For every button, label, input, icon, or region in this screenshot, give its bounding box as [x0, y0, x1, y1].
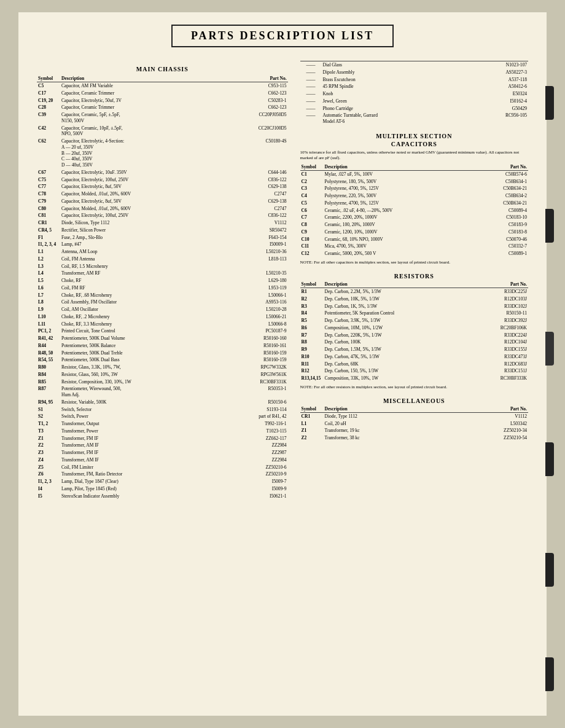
part-cell: L50066-21	[236, 313, 288, 321]
desc-cell: Coil, 20 uH	[324, 420, 476, 428]
desc-cell: Capacitor, Electrolytic, 8uf, 50V	[60, 198, 236, 205]
table-row: C42 Capacitor, Ceramic, 10pF, ±.5pF, NPO…	[37, 125, 288, 138]
symbol-cell: R12	[300, 367, 324, 375]
part-cell: C662-123	[236, 104, 288, 111]
symbol-cell: Z3	[37, 449, 60, 456]
multiplex-note: 10% tolerance for all fixed capacitors, …	[300, 150, 528, 161]
part-cell: T992-116-1	[236, 420, 288, 428]
table-row: L1 Antenna, AM Loop L50210-36	[37, 248, 288, 256]
symbol-cell: C8	[300, 221, 324, 229]
dash-cell: ——	[300, 112, 322, 125]
desc-cell: StereoScan Indicator Assembly	[60, 493, 236, 500]
table-row: C81 Capacitor, Electrolytic, 100uf, 250V…	[37, 212, 288, 219]
res-col-part: Part No.	[476, 281, 528, 288]
desc-cell: Transformer, AM RF	[60, 270, 236, 277]
symbol-cell: L10	[37, 313, 60, 321]
table-row: R12 Dep. Carbon, 150, 5%, 1/3W R33DC151J	[300, 367, 528, 375]
desc-cell: Dep. Carbon, 68K	[324, 361, 476, 368]
symbol-cell: C5	[37, 82, 60, 90]
part-cell: I50162-4	[479, 98, 528, 105]
desc-cell: Transformer, AM IF	[60, 456, 236, 464]
table-row: L10 Choke, RF, .2 Microhenry L50066-21	[37, 313, 288, 321]
part-cell: C662-123	[236, 90, 288, 97]
part-cell: C836-122	[236, 212, 288, 219]
desc-cell: Potentiometer, 5K Separation Control	[324, 310, 476, 317]
symbol-cell: C28	[37, 104, 60, 111]
desc-cell: Capacitor, Electrolytic, 50uf, 3V	[60, 97, 236, 104]
part-cell: I5009-9	[236, 485, 288, 493]
table-row: R44 Potentiometer, 500K Balance R50160-1…	[37, 342, 288, 350]
tab-5	[545, 553, 554, 587]
desc-cell: Polystyrene, 180, 5%, 500V	[324, 178, 476, 186]
part-cell: R33DC102J	[476, 303, 528, 310]
part-cell: C50332-7	[476, 243, 528, 250]
part-cell: PC50187-9	[236, 327, 288, 335]
symbol-cell: L5	[37, 277, 60, 284]
symbol-cell: T3	[37, 428, 60, 435]
part-cell: C50B634-21	[476, 185, 528, 192]
table-row: C5 Polystyrene, 4700, 5%, 125V C50B634-2…	[300, 200, 528, 207]
main-chassis-table: Symbol Description Part No. C5 Capacitor…	[37, 75, 288, 499]
symbol-cell: R94, 95	[37, 399, 60, 406]
desc-cell: Dial Glass	[322, 61, 479, 69]
table-row: —— Brass Escutcheon A537-118	[300, 76, 528, 84]
desc-cell: Polystyrene, 220, 5%, 500V	[324, 192, 476, 200]
table-row: Z3 Transformer, FM IF ZZ2987	[37, 449, 288, 456]
desc-cell: Dep. Carbon, 220K, 5%, 1/3W	[324, 332, 476, 339]
desc-cell: Capacitor, Molded, .01uf, 20%, 600V	[60, 205, 236, 213]
table-row: —— Phono Cartridge G50429	[300, 105, 528, 112]
part-cell: R33DC392J	[476, 317, 528, 324]
symbol-cell: R85	[37, 378, 60, 386]
part-cell: RC30BF331K	[236, 378, 288, 386]
symbol-cell: T1, 2	[37, 420, 60, 428]
dash-cell: ——	[300, 98, 322, 105]
part-cell: I50621-1	[236, 493, 288, 500]
part-cell: L818-113	[236, 256, 288, 263]
symbol-cell: Z6	[37, 471, 60, 478]
desc-cell: Lamp, Pilot, Type 1845 (Red)	[60, 485, 236, 493]
part-cell: RC30BF333K	[476, 375, 528, 382]
symbol-cell: C42	[37, 125, 60, 138]
part-cell: L50210-36	[236, 248, 288, 256]
part-cell: ZZ2987	[236, 449, 288, 456]
part-cell: ZZ50210-34	[476, 427, 528, 434]
table-row: C5 Capacitor, AM FM Variable C953-115	[37, 82, 288, 90]
desc-cell: Mylar, .027 uF, 5%, 100V	[324, 170, 476, 178]
symbol-cell: R54, 55	[37, 356, 60, 364]
symbol-cell: I1, 2, 3, 4	[37, 241, 60, 248]
desc-cell: Ceramic, 5000, 20%, 500 V	[324, 250, 476, 257]
page: PARTS DESCRIPTION LIST MAIN CHASSIS Symb…	[18, 12, 547, 716]
part-cell: R12DC104J	[476, 339, 528, 346]
table-row: C10 Ceramic, 68, 10% NPO, 1000V C50070-4…	[300, 236, 528, 243]
symbol-cell: R5	[300, 317, 324, 324]
part-cell: C50B634-21	[476, 200, 528, 207]
symbol-cell: S2	[37, 413, 60, 420]
part-cell: C50183-9	[476, 221, 528, 229]
symbol-cell: C77	[37, 183, 60, 190]
table-row: L11 Choke, RF, 3.3 Microhenry L50066-8	[37, 321, 288, 328]
desc-cell: Rectifier, Silicon Power	[60, 227, 236, 234]
part-cell: ZZ50210-54	[476, 434, 528, 442]
part-cell: L50066-8	[236, 321, 288, 328]
part-cell: ZZ662-117	[236, 435, 288, 442]
desc-cell: Capacitor, Electrolytic, 100uf, 250V	[60, 176, 236, 184]
part-cell: I50009-1	[236, 241, 288, 248]
desc-cell: Ceramic, 1200, 10%, 1000V	[324, 229, 476, 236]
desc-cell: Capacitor, Molded, .01uf, 20%, 600V	[60, 190, 236, 198]
table-row: R10 Dep. Carbon, 47K, 5%, 1/3W R33DC473J	[300, 353, 528, 361]
desc-cell: Coil Assembly, FM Oscillator	[60, 299, 236, 306]
symbol-cell: PC1, 2	[37, 327, 60, 335]
desc-cell: Dep. Carbon, 10K, 5%, 1/3W	[324, 296, 476, 303]
table-row: R84 Resistor, Glass, 560, 10%, 3W RPG3W5…	[37, 371, 288, 378]
symbol-cell: CR4, 5	[37, 227, 60, 234]
table-row: C8 Ceramic, 100, 20%, 1000V C50183-9	[300, 221, 528, 229]
symbol-cell: I4	[37, 485, 60, 493]
desc-cell: Fuse, 2 Amp., Slo-Blo	[60, 234, 236, 241]
part-cell: L50210-35	[236, 270, 288, 277]
mplex-col-part: Part No.	[476, 163, 528, 171]
part-cell: G50429	[479, 105, 528, 112]
symbol-cell: R41, 42	[37, 335, 60, 342]
symbol-cell: R80	[37, 364, 60, 371]
symbol-cell: Z5	[37, 464, 60, 471]
desc-cell: Choke, RF, .68 Microhenry	[60, 292, 236, 299]
